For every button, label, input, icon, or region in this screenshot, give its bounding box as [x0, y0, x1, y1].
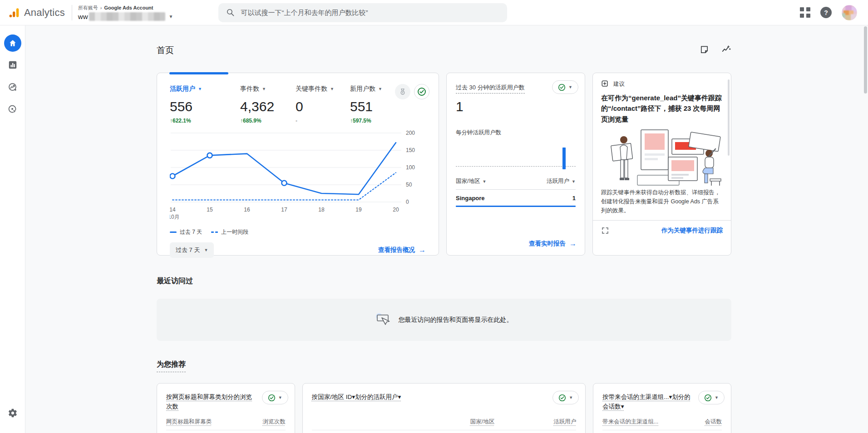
svg-text:200: 200 — [406, 130, 415, 136]
metric-delta: - — [296, 118, 350, 124]
card-status-pill[interactable]: ▼ — [262, 391, 288, 404]
arrow-right-icon: → — [419, 246, 426, 254]
breadcrumb-chevron-icon: › — [100, 5, 102, 10]
dashed-line-swatch — [211, 231, 218, 233]
card-status-pill[interactable]: ▼ — [698, 391, 725, 404]
realtime-status-pill[interactable]: ▼ — [552, 80, 578, 94]
column-header-dimension: 带来会话的主渠道组... — [602, 418, 658, 426]
svg-text:17: 17 — [281, 207, 287, 213]
recent-empty-message: 您最近访问的报告和页面将显示在此处。 — [399, 316, 513, 324]
recommended-card-sessions-by-channel: 按带来会话的主渠道组...▾划分的会话数▾ ▼ 带来会话的主渠道组... 会话数 — [593, 383, 731, 433]
suggestion-body: 跟踪关键事件来获得自动分析数据、详细报告，创建转化报告来衡量和提升 Google… — [601, 188, 723, 216]
breadcrumb-account: Google Ads Account — [104, 5, 153, 10]
search-bar[interactable] — [218, 3, 507, 22]
track-key-event-link[interactable]: 作为关键事件进行跟踪 — [661, 226, 723, 235]
sidebar-item-admin[interactable] — [4, 404, 22, 422]
date-range-button[interactable]: 过去 7 天 ▼ — [170, 242, 214, 258]
breadcrumb: 所有账号 › Google Ads Account — [78, 5, 173, 11]
svg-text:50: 50 — [406, 182, 412, 188]
sidebar-item-home[interactable] — [4, 34, 21, 52]
card-status-pill[interactable]: ▼ — [552, 391, 579, 404]
sidebar-item-reports[interactable] — [4, 56, 22, 74]
left-sidebar — [0, 25, 25, 433]
realtime-minutes-label: 每分钟活跃用户数 — [456, 129, 576, 137]
realtime-metric-header[interactable]: 活跃用户▼ — [547, 177, 576, 185]
expand-icon[interactable] — [601, 226, 609, 235]
caret-down-icon: ▼ — [482, 179, 486, 184]
recommended-card-active-users-by-country: 按国家/地区 ID▾划分的活跃用户▾ ▼ 国家/地区 活跃用户 — [302, 383, 586, 433]
cursor-icon — [375, 313, 393, 327]
reports-icon — [8, 60, 18, 70]
svg-text:10月: 10月 — [170, 214, 180, 220]
topbar-right: ? — [800, 5, 868, 20]
avatar[interactable] — [842, 5, 857, 20]
help-icon[interactable]: ? — [820, 7, 832, 18]
caret-down-icon: ▼ — [378, 87, 382, 91]
feedback-note-icon[interactable] — [700, 45, 709, 56]
metric-label: 关键事件数 — [296, 85, 327, 93]
recommended-card-title[interactable]: 按网页标题和屏幕类划分的浏览次数 — [166, 393, 257, 412]
divider — [456, 189, 576, 190]
page-title: 首页 — [157, 44, 174, 56]
data-quality-check-icon[interactable] — [414, 84, 429, 99]
property-name-prefix: ww — [78, 13, 88, 20]
recommended-card-title[interactable]: 按带来会话的主渠道组...▾划分的会话数▾ — [602, 393, 693, 412]
view-reports-snapshot-link[interactable]: 查看报告概况→ — [378, 246, 426, 254]
legend-label: 上一时间段 — [221, 228, 248, 236]
caret-down-icon: ▼ — [204, 248, 208, 252]
column-header-metric: 活跃用户 — [553, 418, 576, 426]
realtime-minute-bar — [562, 148, 566, 169]
metric-tab-event-count[interactable]: 事件数▼ 4,362 ↑685.9% — [240, 85, 296, 124]
explore-icon — [8, 82, 18, 92]
top-bar: Analytics 所有账号 › Google Ads Account ww ▼… — [0, 0, 868, 25]
column-header-dimension: 国家/地区 — [470, 418, 494, 426]
realtime-user-count: 1 — [456, 99, 576, 114]
country-value-bar — [456, 206, 576, 207]
metric-label: 新用户数 — [350, 85, 375, 93]
svg-text:20: 20 — [393, 207, 399, 213]
topbar-divider — [72, 5, 72, 20]
view-realtime-link[interactable]: 查看实时报告→ — [529, 240, 577, 248]
check-circle-icon — [558, 394, 566, 402]
legend-label: 过去 7 天 — [180, 228, 202, 236]
page-scrollbar[interactable] — [864, 26, 867, 93]
apps-grid-icon[interactable] — [800, 7, 810, 18]
recent-empty-state: 您最近访问的报告和页面将显示在此处。 — [157, 299, 731, 341]
caret-down-icon: ▼ — [569, 395, 573, 400]
metric-delta: ↑622.1% — [170, 118, 240, 124]
property-selector[interactable]: ww ▼ — [78, 12, 173, 21]
svg-text:100: 100 — [406, 164, 415, 171]
recommended-section-title: 为您推荐 — [157, 360, 186, 372]
metric-tab-active-users[interactable]: 活跃用户▼ 556 ↑622.1% — [170, 85, 240, 124]
svg-text:16: 16 — [244, 207, 250, 213]
home-icon — [8, 39, 17, 48]
caret-down-icon: ▼ — [330, 87, 334, 91]
insights-icon[interactable] — [721, 44, 731, 56]
recommended-card-title[interactable]: 按国家/地区 ID▾划分的活跃用户▾ — [312, 393, 503, 402]
sidebar-item-explore[interactable] — [4, 78, 22, 96]
caret-down-icon: ▼ — [278, 395, 282, 400]
date-range-label: 过去 7 天 — [176, 246, 200, 254]
metric-value: 0 — [296, 99, 350, 114]
metric-tab-key-events[interactable]: 关键事件数▼ 0 - — [296, 85, 350, 124]
check-circle-icon — [704, 394, 712, 402]
suggestion-card: 建议 在可作为“generate_lead”关键事件跟踪的“/contact”路… — [592, 73, 731, 256]
search-icon — [226, 8, 235, 17]
main-content: 首页 活跃用户▼ 5 — [25, 25, 868, 433]
analytics-logo[interactable]: Analytics — [8, 7, 65, 19]
caret-down-icon: ▼ — [568, 85, 572, 89]
metric-delta: ↑597.5% — [350, 118, 418, 124]
svg-text:150: 150 — [406, 147, 415, 153]
realtime-title: 过去 30 分钟的活跃用户数 — [456, 84, 525, 93]
suggestion-illustration — [601, 128, 723, 186]
caret-down-icon: ▼ — [572, 179, 576, 184]
account-switcher[interactable]: 所有账号 › Google Ads Account ww ▼ — [78, 5, 173, 21]
product-name: Analytics — [24, 7, 65, 19]
benchmarking-medal-icon[interactable] — [395, 84, 410, 99]
sidebar-item-advertising[interactable] — [4, 100, 22, 118]
svg-text:19: 19 — [355, 207, 362, 213]
realtime-dimension-header[interactable]: 国家/地区▼ — [456, 177, 486, 185]
search-input[interactable] — [241, 9, 499, 16]
suggestion-badge-icon — [601, 80, 609, 88]
card-scrollbar[interactable] — [728, 79, 730, 156]
